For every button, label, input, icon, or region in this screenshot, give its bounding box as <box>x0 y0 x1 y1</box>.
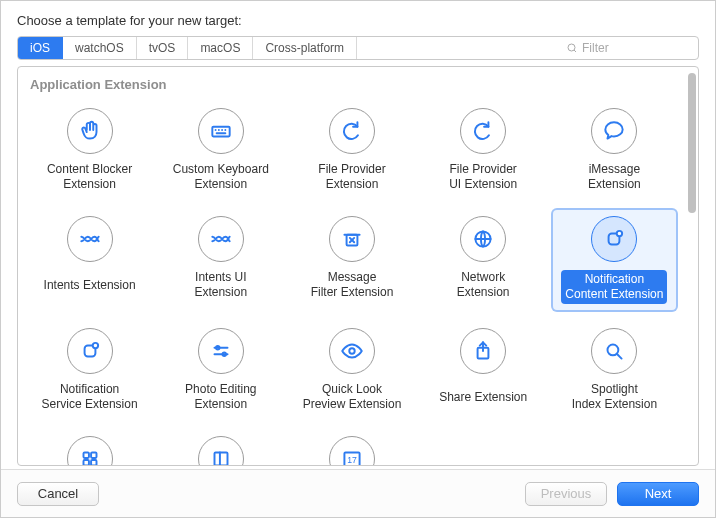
template-label: Photo Editing Extension <box>185 382 256 412</box>
panel-icon <box>198 436 244 465</box>
svg-rect-27 <box>91 453 96 458</box>
section-header: Application Extension <box>26 73 678 100</box>
template-label: Share Extension <box>439 382 527 412</box>
template-item[interactable]: Intents Extension <box>26 208 153 312</box>
template-item[interactable]: File Provider Extension <box>288 100 415 200</box>
waves-icon <box>67 216 113 262</box>
template-item[interactable]: Custom Keyboard Extension <box>157 100 284 200</box>
template-item[interactable]: Content Blocker Extension <box>26 100 153 200</box>
keyboard-icon <box>198 108 244 154</box>
template-label: Network Extension <box>457 270 510 300</box>
template-label: Notification Content Extension <box>561 270 667 304</box>
platform-tab-ios[interactable]: iOS <box>18 37 63 59</box>
next-button[interactable]: Next <box>617 482 699 506</box>
template-label: Custom Keyboard Extension <box>173 162 269 192</box>
template-item[interactable]: Intents UI Extension <box>157 208 284 312</box>
svg-point-16 <box>92 343 97 348</box>
platform-tab-watchos[interactable]: watchOS <box>63 37 137 59</box>
svg-rect-26 <box>83 453 88 458</box>
square-dot-icon <box>67 328 113 374</box>
platform-segmented-control: iOSwatchOStvOSmacOSCross-platform <box>18 37 357 59</box>
template-label: Intents Extension <box>44 270 136 300</box>
template-item[interactable]: Network Extension <box>420 208 547 312</box>
template-item[interactable] <box>26 428 153 465</box>
template-label: Quick Look Preview Extension <box>303 382 402 412</box>
template-item[interactable]: File Provider UI Extension <box>420 100 547 200</box>
template-item[interactable]: Message Filter Extension <box>288 208 415 312</box>
template-item[interactable]: Notification Content Extension <box>551 208 678 312</box>
waves-icon <box>198 216 244 262</box>
svg-line-25 <box>618 354 622 358</box>
share-icon <box>460 328 506 374</box>
platform-tab-macos[interactable]: macOS <box>188 37 253 59</box>
template-item[interactable]: iMessage Extension <box>551 100 678 200</box>
scrollbar-thumb[interactable] <box>688 73 696 213</box>
square-dot-icon <box>591 216 637 262</box>
dialog-prompt: Choose a template for your new target: <box>1 1 715 36</box>
svg-point-0 <box>568 44 575 51</box>
svg-text:17: 17 <box>347 455 357 465</box>
globe-icon <box>460 216 506 262</box>
template-item[interactable]: 17 <box>288 428 415 465</box>
eye-icon <box>329 328 375 374</box>
cycle-icon <box>460 108 506 154</box>
cancel-button[interactable]: Cancel <box>17 482 99 506</box>
svg-rect-28 <box>83 460 88 465</box>
scroll-area: Application Extension Content Blocker Ex… <box>18 67 686 465</box>
template-label: File Provider Extension <box>318 162 385 192</box>
svg-rect-2 <box>212 127 229 137</box>
template-item[interactable]: Notification Service Extension <box>26 320 153 420</box>
svg-rect-30 <box>214 453 227 466</box>
sliders-icon <box>198 328 244 374</box>
filter-icon <box>566 42 578 54</box>
previous-button[interactable]: Previous <box>525 482 607 506</box>
template-item[interactable]: Quick Look Preview Extension <box>288 320 415 420</box>
speech-icon <box>591 108 637 154</box>
hand-icon <box>67 108 113 154</box>
cal17-icon: 17 <box>329 436 375 465</box>
template-panel: Application Extension Content Blocker Ex… <box>17 66 699 466</box>
template-grid: Content Blocker ExtensionCustom Keyboard… <box>26 100 678 465</box>
template-label: Content Blocker Extension <box>47 162 132 192</box>
template-item[interactable] <box>157 428 284 465</box>
platform-tab-cross-platform[interactable]: Cross-platform <box>253 37 357 59</box>
svg-point-21 <box>349 348 354 353</box>
platform-tab-tvos[interactable]: tvOS <box>137 37 189 59</box>
template-label: Message Filter Extension <box>311 270 394 300</box>
template-label: Notification Service Extension <box>42 382 138 412</box>
template-label: Spotlight Index Extension <box>572 382 657 412</box>
trash-icon <box>329 216 375 262</box>
template-item[interactable]: Share Extension <box>420 320 547 420</box>
template-label: iMessage Extension <box>588 162 641 192</box>
filter-placeholder: Filter <box>582 41 609 55</box>
template-label: Intents UI Extension <box>194 270 247 300</box>
grid-icon <box>67 436 113 465</box>
platform-filter-bar: iOSwatchOStvOSmacOSCross-platform Filter <box>17 36 699 60</box>
template-label: File Provider UI Extension <box>449 162 517 192</box>
dialog-footer: Cancel Previous Next <box>1 469 715 517</box>
svg-rect-29 <box>91 460 96 465</box>
svg-point-14 <box>617 231 622 236</box>
template-item[interactable]: Spotlight Index Extension <box>551 320 678 420</box>
search-icon <box>591 328 637 374</box>
svg-line-1 <box>574 50 576 52</box>
filter-input[interactable]: Filter <box>558 37 698 59</box>
cycle-icon <box>329 108 375 154</box>
template-item[interactable]: Photo Editing Extension <box>157 320 284 420</box>
